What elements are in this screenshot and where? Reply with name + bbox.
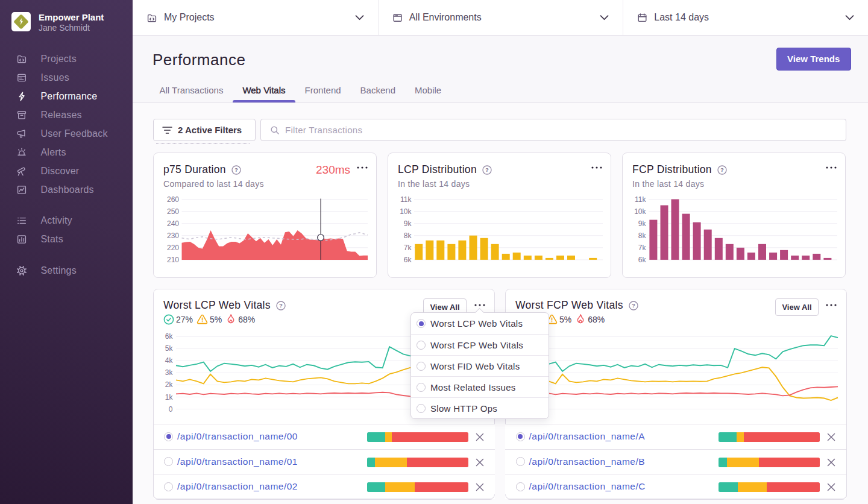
svg-text:0: 0 — [169, 405, 173, 414]
svg-text:6k: 6k — [165, 332, 174, 341]
svg-text:1k: 1k — [165, 393, 174, 402]
svg-text:4k: 4k — [165, 356, 174, 365]
svg-text:2k: 2k — [165, 380, 174, 389]
svg-text:3k: 3k — [165, 368, 174, 377]
svg-text:5k: 5k — [165, 344, 174, 353]
